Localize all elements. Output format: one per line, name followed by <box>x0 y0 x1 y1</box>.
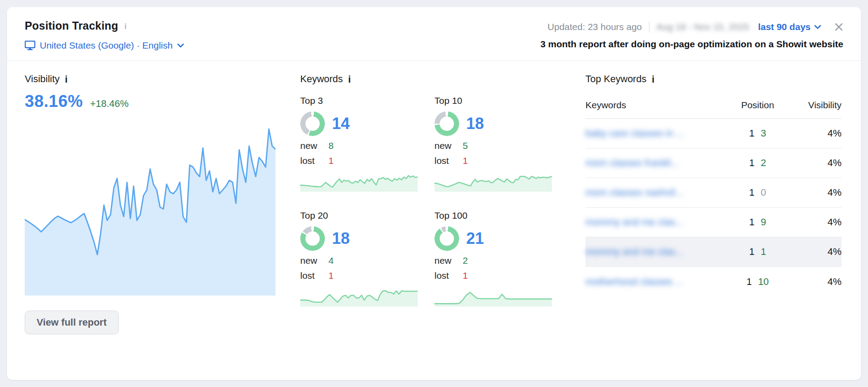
lost-label: lost <box>434 156 463 166</box>
donut-chart-icon <box>300 226 325 251</box>
monitor-icon <box>25 41 35 50</box>
position-value: 1 <box>749 157 755 169</box>
keyword-count: 18 <box>466 114 484 133</box>
lost-label: lost <box>300 270 328 281</box>
table-row[interactable]: mommy and me clas... 19 4% <box>585 208 842 237</box>
top3-sparkline <box>300 171 418 192</box>
header-left: Position Tracking i United States (Googl… <box>25 19 184 51</box>
keyword-count: 18 <box>332 229 350 248</box>
keyword-link[interactable]: mommy and me clas... <box>585 246 727 258</box>
top-keywords-title: Top Keywords <box>585 73 646 85</box>
visibility-cell: 4% <box>789 216 842 228</box>
position-value: 1 <box>749 128 755 139</box>
visibility-delta: +18.46% <box>90 98 128 110</box>
date-range-label: last 90 days <box>758 22 811 32</box>
new-value: 8 <box>328 140 334 151</box>
card-label: Top 20 <box>300 210 418 221</box>
keywords-section: Keywords i Top 3 14 new8 lost1 Top 10 <box>300 73 560 334</box>
visibility-cell: 4% <box>789 187 842 198</box>
keywords-card-top20: Top 20 18 new4 lost1 <box>300 210 418 307</box>
keyword-link[interactable]: mommy and me clas... <box>585 216 727 228</box>
new-value: 4 <box>328 255 334 266</box>
keyword-link[interactable]: mom classes frankli... <box>585 157 727 169</box>
card-label: Top 10 <box>434 95 552 106</box>
table-header: Keywords Position Visibility <box>585 93 842 119</box>
top100-sparkline <box>434 286 552 307</box>
donut-chart-icon <box>300 111 325 136</box>
card-label: Top 100 <box>434 210 552 221</box>
new-label: new <box>434 140 463 151</box>
position-tracking-widget: Position Tracking i United States (Googl… <box>7 7 861 380</box>
date-range-blurred: Aug 18 - Nov 15, 2025 <box>657 22 749 32</box>
visibility-cell: 4% <box>789 246 842 258</box>
table-row[interactable]: mom classes nashvil... 10 4% <box>585 178 842 208</box>
new-label: new <box>300 255 328 266</box>
widget-header: Position Tracking i United States (Googl… <box>7 7 861 61</box>
keywords-title: Keywords <box>300 73 343 85</box>
lost-label: lost <box>300 156 328 166</box>
keyword-link[interactable]: motherhood classes ... <box>585 276 727 288</box>
position-delta: 0 <box>761 187 766 198</box>
report-note: 3 month report after doing on-page optim… <box>540 39 843 49</box>
table-row[interactable]: motherhood classes ... 110 4% <box>585 267 842 296</box>
lost-value: 1 <box>328 156 334 166</box>
position-value: 1 <box>749 187 755 198</box>
new-label: new <box>300 140 328 151</box>
position-value: 1 <box>749 216 755 228</box>
page-title: Position Tracking <box>25 19 118 32</box>
position-delta: 3 <box>761 128 766 139</box>
top10-sparkline <box>434 171 552 192</box>
position-delta: 2 <box>761 157 766 169</box>
table-row-highlighted[interactable]: mommy and me clas... 11 4% <box>585 237 842 267</box>
location-selector[interactable]: United States (Google) · English <box>25 40 184 51</box>
keywords-card-top3: Top 3 14 new8 lost1 <box>300 95 418 192</box>
position-delta: 1 <box>761 246 766 258</box>
chevron-down-icon <box>814 25 821 29</box>
visibility-cell: 4% <box>789 276 842 288</box>
top-keywords-table: Keywords Position Visibility baby care c… <box>585 93 842 296</box>
chevron-down-icon <box>177 43 184 48</box>
visibility-cell: 4% <box>789 128 842 139</box>
keyword-count: 14 <box>332 114 350 133</box>
keywords-card-top100: Top 100 21 new2 lost1 <box>434 210 552 307</box>
new-value: 5 <box>463 140 468 151</box>
visibility-cell: 4% <box>789 157 842 169</box>
top-keywords-section: Top Keywords i Keywords Position Visibil… <box>585 73 842 334</box>
table-row[interactable]: mom classes frankli... 12 4% <box>585 148 842 178</box>
position-value: 1 <box>747 276 752 288</box>
info-icon[interactable]: i <box>65 74 68 84</box>
visibility-trend-chart <box>25 122 275 296</box>
visibility-value: 38.16% <box>25 92 83 111</box>
keywords-card-top10: Top 10 18 new5 lost1 <box>434 95 552 192</box>
info-icon[interactable]: i <box>125 22 127 30</box>
keyword-link[interactable]: baby care classes in ... <box>585 128 727 139</box>
location-label: United States (Google) · English <box>40 40 173 51</box>
top20-sparkline <box>300 286 418 307</box>
keywords-grid: Top 3 14 new8 lost1 Top 10 18 new5 <box>300 95 560 307</box>
lost-value: 1 <box>463 156 468 166</box>
info-icon[interactable]: i <box>652 74 654 84</box>
visibility-section: Visibility i 38.16% +18.46% View full re… <box>25 73 276 334</box>
lost-value: 1 <box>463 270 468 281</box>
position-value: 1 <box>749 246 755 258</box>
close-icon <box>834 23 843 31</box>
lost-value: 1 <box>328 270 334 281</box>
keyword-count: 21 <box>466 229 484 248</box>
widget-content: Visibility i 38.16% +18.46% View full re… <box>7 61 861 334</box>
new-label: new <box>434 255 463 266</box>
position-delta: 10 <box>758 276 769 288</box>
date-range-selector[interactable]: last 90 days <box>758 22 821 32</box>
column-header-visibility: Visibility <box>789 100 842 110</box>
position-delta: 9 <box>761 216 766 228</box>
view-full-report-button[interactable]: View full report <box>25 311 119 334</box>
donut-chart-icon <box>434 111 459 136</box>
column-header-position: Position <box>727 100 789 110</box>
header-right: Updated: 23 hours ago Aug 18 - Nov 15, 2… <box>540 19 843 49</box>
visibility-title: Visibility <box>25 73 60 85</box>
table-row[interactable]: baby care classes in ... 13 4% <box>585 119 842 148</box>
info-icon[interactable]: i <box>348 74 351 84</box>
lost-label: lost <box>434 270 463 281</box>
column-header-keywords: Keywords <box>585 100 727 110</box>
close-button[interactable] <box>834 23 843 31</box>
keyword-link[interactable]: mom classes nashvil... <box>585 187 727 198</box>
